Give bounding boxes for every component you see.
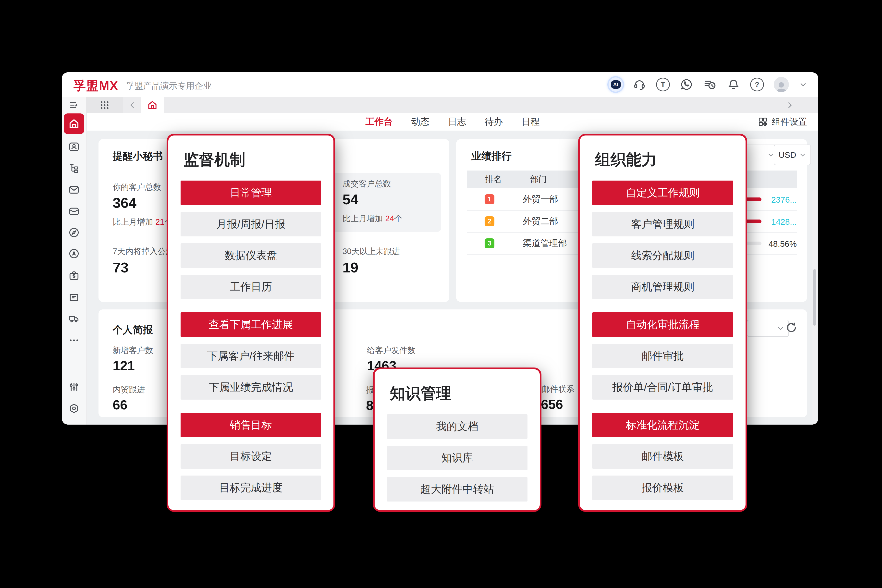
collapse-menu-icon[interactable] (62, 97, 86, 113)
sidebar-item-finance[interactable] (62, 269, 86, 282)
supervision-overlay-panel: 监督机制 日常管理 月报/周报/日报 数据仪表盘 工作日历 查看下属工作进展 下… (166, 134, 335, 512)
panel-button[interactable]: 自定义工作规则 (592, 181, 733, 205)
sidebar-item-more[interactable] (62, 334, 86, 346)
dept-name: 渠道管理部 (523, 237, 567, 249)
account-chevron-down-icon[interactable] (799, 78, 807, 92)
sidebar-item-organization[interactable] (62, 162, 86, 175)
sidebar-item-discover[interactable] (62, 226, 86, 239)
sidebar-item-settings[interactable] (62, 402, 86, 415)
stat-value[interactable]: 66 (113, 397, 128, 412)
stat-value[interactable]: 656 (541, 397, 563, 412)
overlay-items: 我的文档 知识库 超大附件中转站 (387, 414, 528, 501)
tab-schedule[interactable]: 日程 (522, 116, 540, 128)
panel-button[interactable]: 月报/周报/日报 (181, 212, 321, 236)
tabs-scroll-left-icon[interactable] (125, 97, 140, 113)
refresh-icon[interactable] (785, 321, 798, 334)
panel-button[interactable]: 自动化审批流程 (592, 312, 733, 337)
sidebar-item-marketing[interactable] (62, 247, 86, 260)
sidebar-item-home[interactable] (64, 113, 84, 134)
stat-value[interactable]: 364 (113, 195, 136, 211)
chevron-down-icon (767, 152, 774, 158)
panel-button[interactable]: 工作日历 (181, 274, 321, 299)
panel-button[interactable]: 数据仪表盘 (181, 243, 321, 268)
nav-tabs: 工作台 动态 日志 待办 日程 (87, 113, 818, 130)
ranking-value[interactable]: 48.56% (758, 239, 797, 249)
briefing-card-title: 个人简报 (113, 323, 153, 337)
panel-button[interactable]: 目标完成进度 (181, 476, 321, 500)
sidebar-item-preferences[interactable] (62, 381, 86, 393)
tab-journal[interactable]: 日志 (448, 116, 466, 128)
notifications-bell-icon[interactable] (727, 78, 740, 92)
headset-support-icon[interactable] (633, 78, 646, 92)
stat-value[interactable]: 19 (342, 259, 358, 276)
panel-button[interactable]: 报价单/合同/订单审批 (592, 375, 733, 400)
home-tab[interactable] (141, 97, 164, 113)
help-icon[interactable]: ? (750, 78, 764, 92)
chevron-down-icon (777, 325, 784, 332)
ai-label: AI (611, 80, 621, 89)
sidebar-item-logistics[interactable] (62, 312, 86, 325)
call-chat-icon[interactable] (680, 78, 693, 92)
stat-label: 你的客户总数 (113, 182, 161, 193)
stat-value[interactable]: 8 (366, 398, 374, 413)
panel-button[interactable]: 超大附件中转站 (387, 477, 528, 501)
widget-settings-label: 组件设置 (772, 116, 807, 128)
ranking-value[interactable]: 2376... (758, 195, 797, 205)
delta-prefix: 比上月增加 (113, 218, 153, 226)
delta-suffix: 个 (394, 214, 402, 223)
panel-button[interactable]: 知识库 (387, 446, 528, 470)
organization-overlay-panel: 组织能力 自定义工作规则 客户管理规则 线索分配规则 商机管理规则 自动化审批流… (578, 134, 747, 512)
panel-button[interactable]: 目标设定 (181, 444, 321, 469)
currency-value: USD (778, 150, 796, 160)
window-tabstrip (62, 97, 818, 113)
stat-label: 给客户发件数 (367, 345, 416, 356)
panel-button[interactable]: 线索分配规则 (592, 243, 733, 268)
panel-button[interactable]: 商机管理规则 (592, 274, 733, 299)
panel-button[interactable]: 下属业绩完成情况 (181, 375, 321, 400)
col-rank: 排名 (485, 174, 502, 185)
sidebar-item-mail[interactable] (62, 183, 86, 196)
panel-button[interactable]: 日常管理 (181, 181, 321, 205)
overlay-title: 监督机制 (183, 149, 333, 170)
task-history-icon[interactable] (703, 78, 717, 92)
panel-button[interactable]: 客户管理规则 (592, 212, 733, 236)
translate-icon[interactable]: T (656, 78, 670, 92)
stat-value[interactable]: 121 (113, 358, 135, 373)
widget-settings-button[interactable]: 组件设置 (758, 113, 807, 130)
panel-button[interactable]: 我的文档 (387, 414, 528, 439)
stat-highlight-box[interactable]: 成交客户总数 54 比上月增加 24个 (328, 173, 441, 232)
stat-delta: 比上月增加 21个 (113, 217, 172, 228)
reminder-card-title: 提醒小秘书 (113, 150, 163, 163)
user-avatar[interactable] (774, 77, 789, 92)
sidebar-item-inbox[interactable] (62, 205, 86, 218)
left-sidebar (62, 113, 87, 424)
sidebar-item-customers[interactable] (62, 140, 86, 153)
ranking-value[interactable]: 1428... (758, 217, 797, 226)
panel-button[interactable]: 下属客户/往来邮件 (181, 344, 321, 368)
ai-assistant-icon[interactable]: AI (609, 77, 623, 92)
stat-label: 7天内将掉入公海 (113, 246, 174, 257)
app-grid-icon[interactable] (86, 97, 123, 113)
stat-label: 邮件联系 (542, 384, 574, 395)
currency-select[interactable]: USD (774, 144, 811, 165)
stat-value: 54 (342, 191, 358, 207)
tab-workbench[interactable]: 工作台 (366, 116, 393, 128)
panel-button[interactable]: 查看下属工作进展 (181, 312, 321, 337)
overlay-title: 知识管理 (390, 383, 540, 404)
tabs-scroll-right-icon[interactable] (783, 97, 797, 113)
panel-button[interactable]: 销售目标 (181, 413, 321, 437)
col-dept: 部门 (530, 174, 547, 185)
panel-button[interactable]: 标准化流程沉淀 (592, 413, 733, 437)
panel-button[interactable]: 邮件模板 (592, 444, 733, 469)
help-glyph: ? (755, 80, 759, 89)
panel-button[interactable]: 邮件审批 (592, 344, 733, 368)
dept-name: 外贸一部 (523, 193, 558, 205)
sidebar-item-documents[interactable] (62, 291, 86, 303)
panel-button[interactable]: 报价模板 (592, 476, 733, 500)
briefing-period-select[interactable] (747, 320, 789, 337)
tab-feed[interactable]: 动态 (411, 116, 429, 128)
ranking-card-title: 业绩排行 (471, 150, 512, 163)
tab-todo[interactable]: 待办 (485, 116, 503, 128)
scrollbar-thumb[interactable] (813, 269, 816, 326)
stat-value[interactable]: 73 (113, 259, 129, 276)
